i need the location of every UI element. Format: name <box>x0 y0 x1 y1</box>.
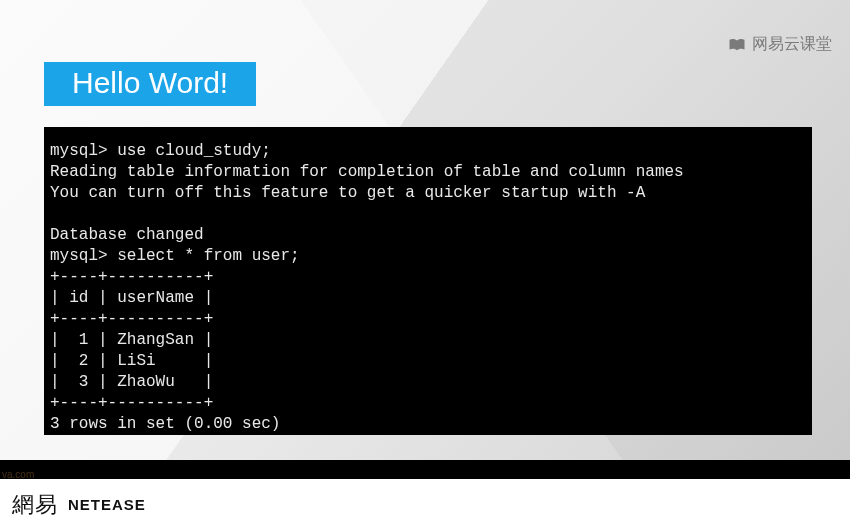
terminal-line: | 1 | ZhangSan | <box>50 331 213 349</box>
terminal-line: +----+----------+ <box>50 394 213 412</box>
terminal-line: +----+----------+ <box>50 268 213 286</box>
footer-black-strip <box>0 460 850 478</box>
watermark-top-right: 网易云课堂 <box>728 34 832 55</box>
slide-title-text: Hello Word! <box>72 66 228 99</box>
terminal-line: | 3 | ZhaoWu | <box>50 373 213 391</box>
terminal-line: Database changed <box>50 226 204 244</box>
footer-bar: 網易 NETEASE <box>0 478 850 530</box>
terminal-line: 3 rows in set (0.00 sec) <box>50 415 280 433</box>
footer-brand-cn: 網易 <box>12 490 58 520</box>
slide-title: Hello Word! <box>44 62 256 106</box>
book-icon <box>728 38 746 52</box>
watermark-text: 网易云课堂 <box>752 34 832 55</box>
terminal-line: mysql> use cloud_study; <box>50 142 271 160</box>
terminal-line: | id | userName | <box>50 289 213 307</box>
terminal-line: Reading table information for completion… <box>50 163 684 181</box>
terminal-line: mysql> select * from user; <box>50 247 300 265</box>
footer-brand-en: NETEASE <box>68 496 146 513</box>
terminal-output: mysql> use cloud_study; Reading table in… <box>44 127 812 435</box>
terminal-line: You can turn off this feature to get a q… <box>50 184 645 202</box>
terminal-line: | 2 | LiSi | <box>50 352 213 370</box>
terminal-line: +----+----------+ <box>50 310 213 328</box>
